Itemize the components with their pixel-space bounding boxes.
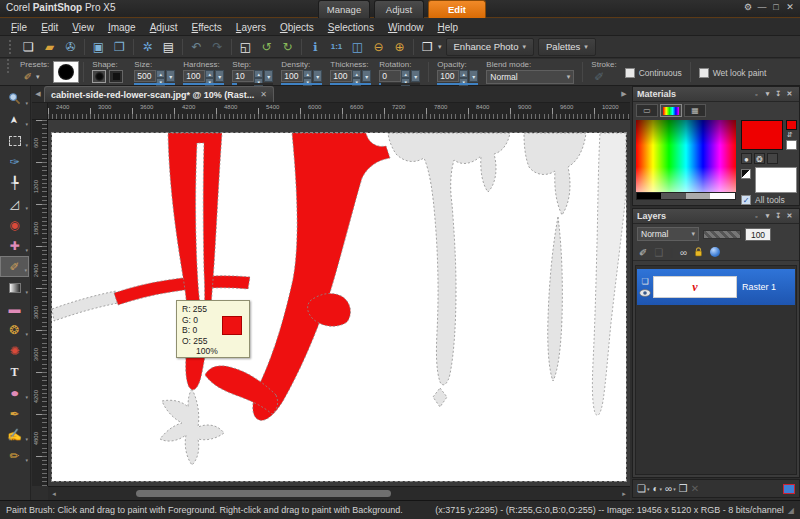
layer-blend-mode-select[interactable]: Normal▾	[637, 227, 699, 241]
menu-objects[interactable]: Objects	[273, 20, 321, 35]
hardness-slider-button[interactable]: ▾	[215, 70, 224, 82]
straighten-tool[interactable]: ◿▾	[0, 193, 29, 214]
scrollbar-thumb[interactable]	[136, 490, 391, 497]
warp-brush-tool[interactable]: ✍▾	[0, 424, 29, 445]
size-slider-button[interactable]: ▾	[166, 70, 175, 82]
text-tool[interactable]: T	[0, 361, 29, 382]
density-spinner[interactable]: ▴▾	[303, 70, 312, 82]
spin-up-icon[interactable]: ▴	[352, 70, 361, 78]
crop-tool[interactable]: ╄	[0, 172, 29, 193]
density-slider-button[interactable]: ▾	[313, 70, 322, 82]
rotation-slider-button[interactable]: ▾	[411, 70, 420, 82]
blend-mode-select[interactable]: Normal▾	[486, 70, 574, 84]
panel-close-icon[interactable]: ✕	[784, 212, 795, 220]
image-info-button[interactable]: ℹ	[305, 38, 326, 56]
rotation-field[interactable]: 0	[379, 70, 401, 82]
tab-manage[interactable]: Manage	[318, 0, 370, 18]
preset-shape-tool[interactable]: ●▾	[0, 382, 29, 403]
open-file-button[interactable]: ▰	[39, 38, 60, 56]
spin-up-icon[interactable]: ▴	[401, 70, 410, 78]
tool-caret-icon[interactable]: ▾	[25, 289, 28, 295]
rotation-spinner[interactable]: ▴▾	[401, 70, 410, 82]
presets-brush-icon[interactable]: ✐	[20, 68, 36, 86]
eraser-tool[interactable]: ▬	[0, 298, 29, 319]
tool-caret-icon[interactable]: ▾	[25, 205, 28, 211]
panel-pin-icon[interactable]: ↧	[773, 90, 784, 98]
brush-tip-preview[interactable]	[53, 61, 79, 83]
menu-selections[interactable]: Selections	[321, 20, 381, 35]
image-canvas[interactable]: R: 255 G: 0 B: 0 O: 255 100%	[52, 133, 626, 481]
color-style-button[interactable]: ●	[741, 153, 752, 164]
resize-button[interactable]: ◱	[235, 38, 256, 56]
spin-up-icon[interactable]: ▴	[254, 70, 263, 78]
new-layer-button[interactable]: ❏▾	[637, 483, 649, 494]
resize-grip-icon[interactable]: ◢	[788, 506, 794, 515]
layer-thumbnail[interactable]: ν	[653, 276, 737, 298]
horizontal-scrollbar[interactable]: ◂ ▸	[48, 486, 630, 500]
scroll-left-arrow[interactable]: ◂	[48, 487, 60, 500]
zoom-out-button[interactable]: ⊖	[368, 38, 389, 56]
presets-caret-icon[interactable]: ▾	[36, 73, 40, 81]
pick-tool[interactable]: ➤▾	[0, 109, 29, 130]
frame-tab[interactable]: ▭	[636, 104, 658, 117]
redo-button[interactable]: ↷	[207, 38, 228, 56]
layer-opacity-value[interactable]: 100	[745, 228, 771, 241]
document-tab[interactable]: cabinet-side-red-lower-scan.jpg* @ 10% (…	[44, 86, 274, 102]
options-grip[interactable]	[7, 59, 11, 73]
copy-special-caret-icon[interactable]: ▾	[438, 43, 442, 51]
tool-caret-icon[interactable]: ▾	[25, 142, 28, 148]
background-property-swatch[interactable]	[786, 140, 797, 150]
black-white-reset-icon[interactable]	[741, 169, 751, 179]
size-field[interactable]: 500	[134, 70, 156, 82]
layer-styles-icon[interactable]	[710, 247, 720, 257]
spin-up-icon[interactable]: ▴	[156, 70, 165, 78]
menu-window[interactable]: Window	[381, 20, 431, 35]
link-layers-icon[interactable]: ∞	[680, 247, 687, 258]
opacity-spinner[interactable]: ▴▾	[459, 70, 468, 82]
texture-button[interactable]: ❂	[754, 153, 765, 164]
layer-name[interactable]: Raster 1	[742, 282, 776, 292]
density-field[interactable]: 100	[281, 70, 303, 82]
highlight-layer-icon[interactable]: ❑	[654, 247, 663, 258]
visibility-eye-icon[interactable]	[639, 289, 651, 297]
menu-edit[interactable]: Edit	[34, 20, 65, 35]
palettes-button[interactable]: Palettes▾	[538, 38, 596, 56]
tab-edit[interactable]: Edit	[428, 0, 486, 18]
menu-help[interactable]: Help	[431, 20, 466, 35]
makeover-tool[interactable]: ✚▾	[0, 235, 29, 256]
restore-button[interactable]: □	[770, 2, 782, 12]
tool-caret-icon[interactable]: ▾	[25, 457, 28, 463]
panel-restore-icon[interactable]: ▫	[751, 91, 762, 98]
fit-to-window-button[interactable]: ◫	[347, 38, 368, 56]
duplicate-layer-button[interactable]: ❒	[679, 483, 688, 494]
density-slider[interactable]	[281, 83, 322, 85]
transparent-button[interactable]	[767, 153, 778, 164]
canvas-viewport[interactable]: R: 255 G: 0 B: 0 O: 255 100%	[48, 120, 630, 486]
panel-pin-icon[interactable]: ↧	[773, 212, 784, 220]
hardness-slider[interactable]	[183, 83, 224, 85]
lock-transparency-icon[interactable]	[694, 247, 703, 257]
dropper-tool[interactable]: ✑	[0, 151, 29, 172]
step-slider[interactable]	[232, 83, 273, 85]
opacity-field[interactable]: 100	[437, 70, 459, 82]
zoom-in-button[interactable]: ⊕	[389, 38, 410, 56]
thickness-field[interactable]: 100	[330, 70, 352, 82]
enhance-photo-button[interactable]: Enhance Photo▾	[446, 38, 535, 56]
new-layer-group-button[interactable]: ∞▾	[665, 483, 676, 494]
size-spinner[interactable]: ▴▾	[156, 70, 165, 82]
delete-layer-button[interactable]: ✕	[691, 483, 699, 494]
thickness-slider[interactable]	[330, 83, 371, 85]
zoom-tool[interactable]: ▾	[0, 88, 29, 109]
print-button[interactable]: ▤	[158, 38, 179, 56]
size-slider[interactable]	[134, 83, 175, 85]
step-spinner[interactable]: ▴▾	[254, 70, 263, 82]
spin-up-icon[interactable]: ▴	[459, 70, 468, 78]
airbrush-tool[interactable]: ✺	[0, 340, 29, 361]
stroke-icon[interactable]: ✐	[591, 68, 607, 86]
tab-scroll-left[interactable]: ◀	[32, 86, 44, 102]
tool-caret-icon[interactable]: ▾	[25, 436, 28, 442]
menu-view[interactable]: View	[65, 20, 101, 35]
step-field[interactable]: 10	[232, 70, 254, 82]
rotate-right-button[interactable]: ↻	[277, 38, 298, 56]
tab-scroll-right[interactable]: ▶	[618, 86, 630, 102]
